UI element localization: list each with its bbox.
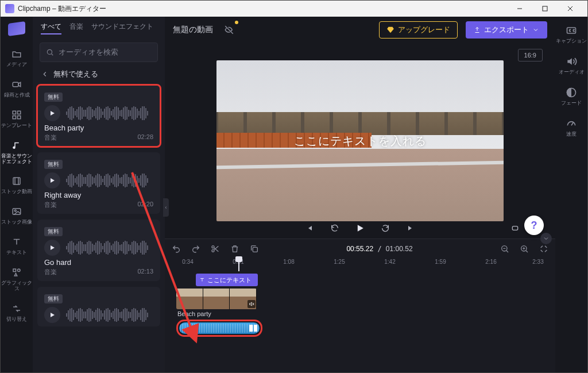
mute-icon[interactable] [247,300,256,308]
prop-speed[interactable]: 速度 [566,118,577,137]
diamond-icon [386,26,394,34]
timecode-display: 00:55.22 / 01:00.52 [346,245,412,253]
export-label: エクスポート [484,25,529,35]
rewind-5-button[interactable] [328,221,342,235]
visibility-toggle-button[interactable] [221,22,237,38]
duplicate-button[interactable] [249,243,260,255]
cc-icon [566,25,577,36]
prop-audio[interactable]: オーディオ [559,56,585,75]
nav-label: 録画と作成 [4,93,30,98]
text-icon [10,236,23,248]
svg-rect-2 [13,111,16,114]
play-button[interactable] [44,172,60,189]
nav-text[interactable]: テキスト [6,236,27,256]
svg-rect-6 [13,178,20,184]
nav-music-sfx[interactable]: 音楽とサウンドエフェクト [1,139,33,165]
nav-label: テンプレート [1,123,32,129]
track-name: Right away [44,191,153,199]
track-name: Go hard [44,258,153,267]
free-badge: 無料 [44,227,63,236]
skip-end-button[interactable] [404,221,417,235]
player-controls [165,221,555,235]
play-button[interactable] [44,105,60,121]
left-nav-rail: メディア 録画と作成 テンプレート 音楽とサウンドエフェクト ストック動画 スト… [1,17,33,372]
preview-text-overlay: ここにテキストを入れる [216,60,504,221]
nav-transitions[interactable]: 切り替え [6,302,27,322]
video-clip[interactable] [176,289,257,309]
grid-icon [10,109,23,121]
chevron-down-icon [532,26,539,33]
svg-rect-9 [13,269,16,272]
audio-card[interactable]: 無料 Go hard 音楽 02:13 [37,220,160,281]
collapse-library-button[interactable]: ‹ [163,198,169,217]
prop-fade[interactable]: フェード [561,87,582,106]
audio-card[interactable]: 無料 [37,287,160,326]
help-button[interactable]: ? [524,216,544,235]
ruler-tick: 1:08 [283,259,294,265]
free-badge: 無料 [44,160,63,169]
play-button[interactable] [353,221,367,235]
prop-label: キャプション [556,39,587,44]
redo-button[interactable] [190,243,202,255]
ruler-tick: 1:25 [334,259,345,265]
audio-card[interactable]: 無料 Beach party 音楽 02:28 [37,85,160,147]
audio-card[interactable]: 無料 Right away 音楽 02:20 [37,152,160,214]
upgrade-button[interactable]: アップグレード [379,21,458,39]
svg-rect-12 [512,226,517,230]
search-icon [46,48,54,56]
svg-rect-7 [13,209,21,215]
collapse-preview-button[interactable] [540,233,552,244]
film-icon [10,175,23,187]
ruler-tick: 1:42 [384,259,395,265]
waveform-icon [66,105,153,121]
play-button[interactable] [44,307,60,323]
audio-clip[interactable] [179,322,260,334]
undo-button[interactable] [171,243,182,255]
forward-5-button[interactable] [378,221,392,235]
window-maximize-button[interactable] [532,1,558,17]
playhead[interactable] [238,259,239,271]
text-clip[interactable]: ここにテキスト [196,274,258,286]
split-button[interactable] [210,243,221,255]
tab-music[interactable]: 音楽 [69,22,83,34]
svg-point-10 [18,269,21,272]
nav-record[interactable]: 録画と作成 [4,78,30,98]
ruler-tick: 2:33 [532,259,543,265]
export-button[interactable]: エクスポート [466,21,547,39]
nav-stock-video[interactable]: ストック動画 [1,175,32,195]
play-button[interactable] [44,240,60,256]
zoom-in-button[interactable] [519,243,530,255]
window-close-button[interactable] [558,1,583,17]
tab-all[interactable]: すべて [41,22,61,34]
prop-label: 速度 [566,132,577,137]
video-preview[interactable]: ここにテキストを入れる [216,60,504,221]
svg-rect-15 [253,247,257,252]
zoom-fit-button[interactable] [538,243,550,255]
aspect-ratio-button[interactable]: 16:9 [518,49,543,61]
timeline-ruler[interactable]: 0:34 0:51 1:08 1:25 1:42 1:59 2:16 2:33 [165,259,555,271]
zoom-out-button[interactable] [499,243,510,255]
nav-templates[interactable]: テンプレート [1,109,32,129]
nav-graphics[interactable]: グラフィックス [1,266,33,292]
loop-button[interactable] [508,221,522,235]
prop-label: フェード [561,101,582,106]
image-icon [10,205,23,218]
free-badge: 無料 [44,93,63,102]
svg-rect-0 [543,6,547,11]
svg-point-11 [47,49,52,54]
nav-media[interactable]: メディア [6,48,27,68]
nav-stock-image[interactable]: ストック画像 [1,205,32,225]
search-input[interactable]: オーディオを検索 [40,43,158,62]
delete-button[interactable] [229,243,241,255]
prop-captions[interactable]: キャプション [556,25,587,44]
library-breadcrumb[interactable]: 無料で使える [33,68,165,84]
audio-clip-highlight [176,320,262,337]
project-title[interactable]: 無題の動画 [173,25,213,35]
timeline-tracks[interactable]: ここにテキスト Beach party [165,271,555,372]
library-panel: すべて 音楽 サウンドエフェクト オーディオを検索 無料で使える 無料 [33,17,165,372]
premium-dot-icon [235,21,238,24]
text-clip-label: ここにテキスト [207,276,252,284]
tab-sfx[interactable]: サウンドエフェクト [91,22,153,34]
skip-start-button[interactable] [303,221,316,235]
window-minimize-button[interactable] [507,1,532,17]
